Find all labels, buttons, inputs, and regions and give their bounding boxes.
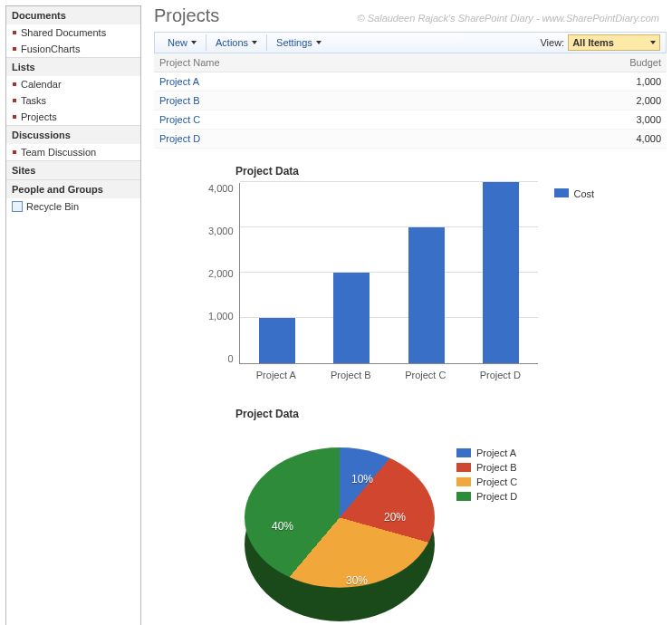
chevron-down-icon: [191, 41, 197, 44]
toolbar-separator: [266, 34, 267, 51]
pie-chart: 10% 20% 30% 40%: [245, 447, 435, 625]
table-row[interactable]: Project A 1,000: [154, 72, 667, 91]
page-title: Projects: [154, 5, 667, 26]
recycle-bin-icon: [12, 201, 23, 212]
bar-chart-container: Project Data 4,000 3,000 2,000 1,000 0 P…: [208, 165, 667, 391]
x-tick: Project A: [239, 370, 314, 380]
row-budget: 1,000: [475, 72, 667, 91]
legend-swatch: [554, 188, 569, 197]
pie-slice-label: 40%: [272, 520, 293, 533]
settings-button-label: Settings: [276, 37, 312, 48]
legend-item: Project B: [456, 462, 517, 473]
legend-label: Project A: [476, 447, 516, 458]
nav-section-people-groups[interactable]: People and Groups: [6, 179, 140, 198]
row-budget: 4,000: [475, 130, 667, 149]
toolbar-separator: [206, 34, 206, 51]
legend-item: Project D: [456, 491, 517, 502]
row-link[interactable]: Project B: [159, 95, 200, 106]
bar: [483, 182, 519, 363]
legend-swatch: [456, 448, 471, 457]
main-content: © Salaudeen Rajack's SharePoint Diary - …: [141, 5, 667, 625]
x-tick: Project B: [313, 370, 389, 380]
nav-section-sites[interactable]: Sites: [6, 160, 140, 179]
pie-chart-container: Project Data 10% 20% 30% 40% Project A P…: [208, 408, 667, 625]
chevron-down-icon: [252, 41, 257, 44]
left-navigation: Documents Shared Documents FusionCharts …: [5, 5, 141, 625]
row-budget: 2,000: [475, 91, 667, 111]
view-selector-value: All Items: [572, 37, 614, 48]
list-toolbar: New Actions Settings View: All Items: [154, 32, 667, 53]
legend-label: Project C: [476, 476, 517, 487]
legend-swatch: [456, 492, 471, 501]
y-tick: 4,000: [208, 183, 234, 194]
legend-swatch: [456, 477, 471, 486]
pie-chart-title: Project Data: [235, 408, 667, 420]
nav-item-shared-documents[interactable]: Shared Documents: [6, 24, 140, 41]
bar-chart-x-axis: Project A Project B Project C Project D: [239, 370, 538, 380]
bar: [259, 318, 295, 363]
legend-label: Project B: [476, 462, 517, 473]
chevron-down-icon: [650, 41, 656, 44]
col-project-name[interactable]: Project Name: [154, 53, 475, 72]
table-row[interactable]: Project B 2,000: [154, 91, 667, 111]
table-row[interactable]: Project C 3,000: [154, 111, 667, 130]
pie-chart-legend: Project A Project B Project C Project D: [456, 447, 517, 625]
bar: [408, 227, 445, 363]
y-tick: 1,000: [208, 311, 234, 322]
new-button-label: New: [168, 37, 187, 48]
row-link[interactable]: Project A: [159, 76, 199, 87]
pie-slice-label: 10%: [351, 473, 373, 486]
recycle-bin-label: Recycle Bin: [26, 201, 79, 212]
y-tick: 3,000: [208, 226, 234, 236]
table-row[interactable]: Project D 4,000: [154, 130, 667, 149]
bar-chart-y-axis: 4,000 3,000 2,000 1,000 0: [208, 183, 239, 364]
actions-button-label: Actions: [216, 37, 248, 48]
nav-item-team-discussion[interactable]: Team Discussion: [6, 144, 140, 160]
x-tick: Project D: [463, 370, 538, 380]
nav-item-fusioncharts[interactable]: FusionCharts: [6, 41, 140, 57]
row-link[interactable]: Project D: [159, 133, 200, 144]
pie-slice-label: 30%: [346, 574, 368, 587]
legend-swatch: [456, 463, 471, 472]
y-tick: 0: [208, 353, 234, 364]
projects-table: Project Name Budget Project A 1,000 Proj…: [154, 53, 667, 149]
nav-section-lists[interactable]: Lists: [6, 57, 140, 76]
settings-button[interactable]: Settings: [269, 33, 329, 53]
row-link[interactable]: Project C: [159, 114, 200, 125]
legend-label: Project D: [476, 491, 517, 502]
bar-chart-plot: [239, 183, 538, 364]
view-selector[interactable]: All Items: [568, 34, 660, 51]
y-tick: 2,000: [208, 268, 234, 279]
row-budget: 3,000: [475, 111, 667, 130]
view-label: View:: [540, 37, 564, 48]
x-tick: Project C: [389, 370, 464, 380]
nav-item-tasks[interactable]: Tasks: [6, 92, 140, 109]
legend-item: Project C: [456, 476, 517, 487]
bar-chart-legend: Cost: [554, 183, 595, 391]
legend-item: Project A: [456, 447, 517, 458]
nav-section-discussions[interactable]: Discussions: [6, 125, 140, 144]
nav-section-documents[interactable]: Documents: [6, 6, 140, 24]
pie-slice-label: 20%: [384, 511, 406, 524]
legend-label: Cost: [574, 188, 595, 199]
actions-button[interactable]: Actions: [208, 33, 264, 53]
pie-surface: [245, 447, 435, 588]
bar-chart-title: Project Data: [235, 165, 667, 178]
nav-item-calendar[interactable]: Calendar: [6, 76, 140, 92]
new-button[interactable]: New: [160, 33, 204, 53]
bar: [333, 273, 370, 363]
nav-item-projects[interactable]: Projects: [6, 109, 140, 125]
chevron-down-icon: [316, 41, 322, 44]
col-budget[interactable]: Budget: [475, 53, 667, 72]
nav-item-recycle-bin[interactable]: Recycle Bin: [6, 198, 140, 215]
